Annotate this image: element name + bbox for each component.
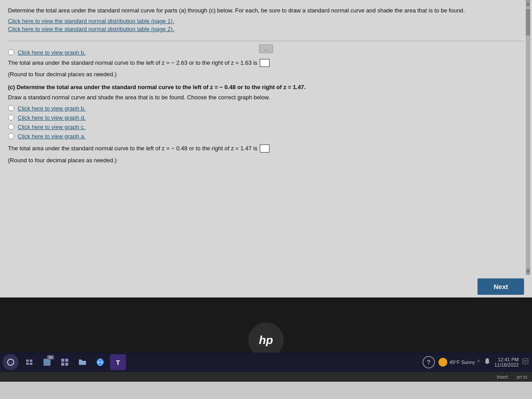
scroll-down-arrow[interactable]: ▼ <box>526 268 530 275</box>
next-button[interactable]: Next <box>477 278 524 295</box>
separator-1 <box>8 41 524 41</box>
scrollbar[interactable]: ▲ ▼ <box>526 0 530 275</box>
tray-icon[interactable] <box>522 358 528 366</box>
answer-box-c[interactable] <box>260 145 270 153</box>
radio-graph-b-label[interactable]: Click here to view graph b. <box>18 49 86 56</box>
svg-rect-1 <box>26 360 29 362</box>
section-c-result-text: The total area under the standard normal… <box>8 144 524 153</box>
radio-graph-d[interactable] <box>8 114 14 121</box>
time-text: 12:41 PM <box>494 357 519 362</box>
svg-point-0 <box>8 359 14 365</box>
section-b-result: The total area under the standard normal… <box>8 59 524 80</box>
scroll-up-arrow[interactable]: ▲ <box>526 0 530 7</box>
notification-btn[interactable] <box>484 358 491 367</box>
browser-btn[interactable] <box>92 354 108 370</box>
radio-graph-b[interactable] <box>8 105 14 111</box>
radio-label-c[interactable]: Click here to view graph c. <box>18 124 85 130</box>
radio-graph-b-input[interactable] <box>8 49 14 55</box>
section-c: (c) Determine the total area under the s… <box>8 84 524 165</box>
radio-graph-c[interactable] <box>8 124 14 130</box>
question-mark: ? <box>426 359 430 366</box>
keyboard-bar: Insert prt sc <box>0 372 532 382</box>
key-hint-insert: Insert <box>497 375 508 379</box>
svg-rect-2 <box>30 360 32 362</box>
taskbar-right: ? 49°F Sunny ^ 12:41 PM 11/18/2022 <box>422 356 528 368</box>
radio-label-d[interactable]: Click here to view graph d. <box>18 114 86 121</box>
weather-icon <box>438 358 447 367</box>
link-page2[interactable]: Click here to view the standard normal d… <box>8 26 174 32</box>
search-button[interactable] <box>21 354 37 370</box>
scroll-thumb[interactable] <box>526 9 530 35</box>
radio-option-b[interactable]: Click here to view graph b. <box>8 105 524 112</box>
ellipsis-button[interactable]: ... <box>259 44 273 53</box>
chevron-up-icon: ^ <box>477 359 480 366</box>
next-btn-container: Next <box>0 275 532 297</box>
radio-option-a[interactable]: Click here to view graph a. <box>8 133 524 140</box>
taskbar-badge-btn[interactable]: 34 <box>39 354 55 370</box>
date-text: 11/18/2022 <box>494 362 519 368</box>
section-c-label: (c) Determine the total area under the s… <box>8 84 524 90</box>
svg-rect-5 <box>43 359 51 366</box>
start-button[interactable] <box>3 354 19 370</box>
radio-graph-a[interactable] <box>8 133 14 139</box>
svg-rect-6 <box>61 359 64 362</box>
section-c-instruction: Draw a standard normal curve and shade t… <box>8 93 524 102</box>
weather-widget[interactable]: 49°F Sunny ^ <box>438 358 480 367</box>
teams-btn[interactable]: T <box>110 354 126 370</box>
svg-rect-15 <box>524 360 527 361</box>
weather-text: 49°F Sunny <box>450 360 475 365</box>
svg-rect-14 <box>523 359 528 364</box>
main-content: Determine the total area under the stand… <box>0 0 532 275</box>
link-page1[interactable]: Click here to view the standard normal d… <box>8 18 174 24</box>
svg-rect-16 <box>524 362 527 362</box>
badge-count: 34 <box>47 355 54 360</box>
svg-rect-3 <box>26 363 29 365</box>
svg-rect-13 <box>486 363 488 364</box>
clock-display[interactable]: 12:41 PM 11/18/2022 <box>494 357 519 368</box>
section-b-note: (Round to four decimal places as needed.… <box>8 70 524 79</box>
section-c-note: (Round to four decimal places as needed.… <box>8 156 524 165</box>
grid-icon-btn[interactable] <box>57 354 73 370</box>
dark-area: hp 34 <box>0 297 532 382</box>
file-manager-btn[interactable] <box>74 354 90 370</box>
intro-text: Determine the total area under the stand… <box>8 6 524 15</box>
key-hint-prtsc: prt sc <box>517 375 528 379</box>
radio-label-b[interactable]: Click here to view graph b. <box>18 105 86 112</box>
radio-option-c[interactable]: Click here to view graph c. <box>8 124 524 130</box>
svg-rect-4 <box>30 363 32 365</box>
section-b-text: The total area under the standard normal… <box>8 59 524 68</box>
help-button[interactable]: ? <box>422 356 435 368</box>
svg-rect-8 <box>61 363 64 366</box>
taskbar: 34 T <box>0 352 532 372</box>
intro-section: Determine the total area under the stand… <box>8 6 524 33</box>
svg-rect-7 <box>65 359 68 362</box>
radio-label-a[interactable]: Click here to view graph a. <box>18 133 86 140</box>
radio-option-d[interactable]: Click here to view graph d. <box>8 114 524 121</box>
svg-rect-9 <box>65 363 68 366</box>
answer-box-b[interactable] <box>260 59 270 67</box>
